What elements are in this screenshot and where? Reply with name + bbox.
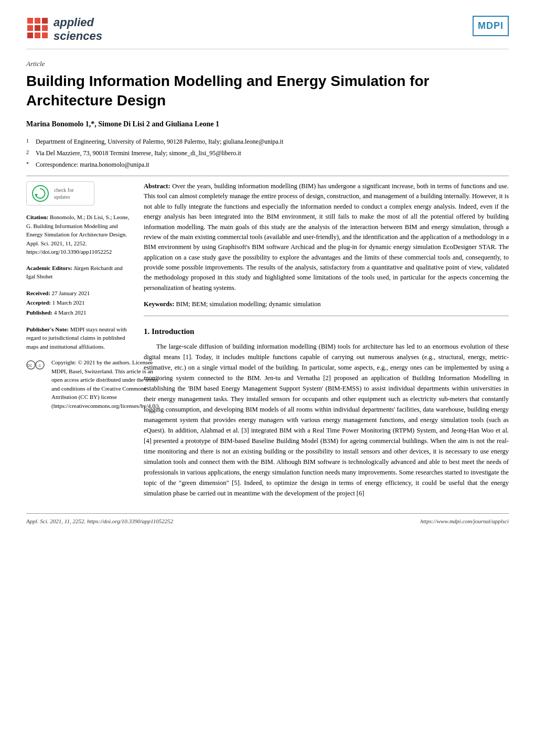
journal-logo: applied sciences [26,16,102,44]
logo-grid-icon [26,17,49,43]
mdpi-logo: MDPI [473,16,509,36]
received-label: Received: [26,290,50,296]
check-updates-svg [31,185,49,202]
divider-keywords [144,316,509,316]
keywords-label: Keywords: [144,300,174,308]
check-updates-line1: check for [54,187,73,193]
authors: Marina Bonomolo 1,*, Simone Di Lisi 2 an… [26,118,509,129]
footer-left: Appl. Sci. 2021, 11, 2252. https://doi.o… [26,517,173,526]
check-updates-text: check for updates [54,187,73,200]
intro-section-title: 1. Introduction [144,326,509,338]
affiliation-2: 2 Via Del Mazziere, 73, 90018 Termini Im… [26,148,509,158]
check-updates-line2: updates [54,194,70,200]
citation-box: Citation: Bonomolo, M.; Di Lisi, S.; Leo… [26,213,131,256]
svg-point-9 [33,186,48,201]
svg-text:c: c [39,363,41,368]
keywords-section: Keywords: BIM; BEM; simulation modelling… [144,299,509,309]
dates-box: Received: 27 January 2021 Accepted: 1 Ma… [26,288,131,318]
left-column: check for updates Citation: Bonomolo, M.… [26,181,131,503]
received-row: Received: 27 January 2021 [26,288,131,298]
affiliation-1: 1 Department of Engineering, University … [26,137,509,146]
journal-name-line1: applied [54,16,102,29]
citation-label: Citation: [26,214,48,220]
svg-text:©: © [27,363,30,368]
corr-star: * [26,160,34,169]
cc-license-icon: c c © [26,358,47,374]
cc-icon-svg: c c © [26,360,47,370]
svg-rect-1 [35,18,40,24]
journal-name: applied sciences [54,16,102,44]
affil-text-2: Via Del Mazziere, 73, 90018 Termini Imer… [36,148,241,158]
accepted-row: Accepted: 1 March 2021 [26,298,131,308]
svg-rect-3 [27,25,33,31]
published-date: 4 March 2021 [54,309,87,316]
abstract-text: Over the years, building information mod… [144,182,509,291]
publisher-note: Publisher's Note: MDPI stays neutral wit… [26,325,131,351]
check-updates-icon [31,186,50,201]
cc-license-box: c c © Copyright: © 2021 by the authors. … [26,358,131,410]
keywords-text: BIM; BEM; simulation modelling; dynamic … [176,300,320,308]
affil-num-1: 1 [26,137,34,146]
article-type: Article [26,59,509,69]
accepted-label: Accepted: [26,299,51,306]
affil-num-2: 2 [26,148,34,158]
svg-rect-0 [27,18,33,24]
header: applied sciences MDPI [26,16,509,49]
footer-right: https://www.mdpi.com/journal/applsci [421,517,509,526]
abstract-label: Abstract: [144,182,170,190]
correspondence: * Correspondence: marina.bonomolo@unipa.… [26,160,509,169]
published-label: Published: [26,309,52,316]
affiliations: 1 Department of Engineering, University … [26,137,509,169]
svg-text:c: c [30,363,33,368]
page: applied sciences MDPI Article Building I… [0,0,535,756]
abstract-section: Abstract: Over the years, building infor… [144,181,509,293]
svg-rect-7 [35,33,40,38]
journal-name-line2: sciences [54,29,102,43]
received-date: 27 January 2021 [52,290,90,296]
svg-rect-5 [42,25,48,31]
divider-top [26,176,509,176]
svg-rect-8 [42,33,48,38]
publisher-label: Publisher's Note: [26,326,69,332]
academic-editors-box: Academic Editors: Jürgen Reichardt and I… [26,264,131,281]
accepted-date: 1 March 2021 [52,299,85,306]
svg-rect-2 [42,18,48,24]
svg-rect-4 [35,25,40,31]
right-column: Abstract: Over the years, building infor… [144,181,509,503]
article-title: Building Information Modelling and Energ… [26,72,509,110]
editors-label: Academic Editors: [26,265,72,271]
affil-text-1: Department of Engineering, University of… [36,137,283,146]
applied-sciences-logo-svg [26,17,49,40]
published-row: Published: 4 March 2021 [26,308,131,318]
svg-rect-6 [27,33,33,38]
check-for-updates-box[interactable]: check for updates [26,181,94,206]
footer: Appl. Sci. 2021, 11, 2252. https://doi.o… [26,513,509,526]
corr-text: Correspondence: marina.bonomolo@unipa.it [36,160,149,169]
two-col-layout: check for updates Citation: Bonomolo, M.… [26,181,509,503]
intro-paragraph-1: The large-scale diffusion of building in… [144,341,509,499]
